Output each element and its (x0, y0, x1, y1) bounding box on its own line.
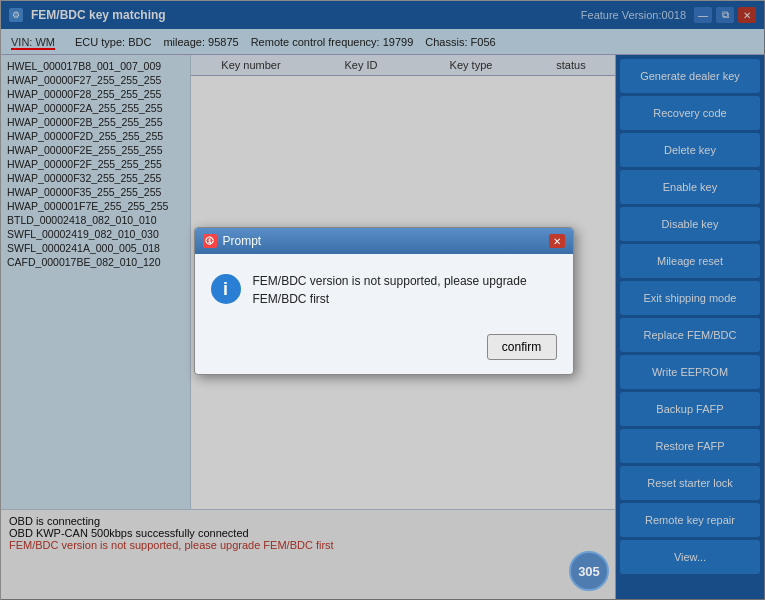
dialog-overlay: 🛈 Prompt ✕ i FEM/BDC version is not supp… (1, 1, 765, 600)
dialog-close-button[interactable]: ✕ (549, 234, 565, 248)
dialog-info-icon: i (211, 274, 241, 304)
dialog-title-bar: 🛈 Prompt ✕ (195, 228, 573, 254)
dialog-title-icon: 🛈 (203, 234, 217, 248)
confirm-button[interactable]: confirm (487, 334, 557, 360)
watermark: 305 (569, 551, 609, 591)
dialog-title: Prompt (223, 234, 262, 248)
dialog-message: FEM/BDC version is not supported, please… (253, 272, 557, 308)
watermark-circle: 305 (569, 551, 609, 591)
prompt-dialog: 🛈 Prompt ✕ i FEM/BDC version is not supp… (194, 227, 574, 375)
dialog-footer: confirm (195, 326, 573, 374)
dialog-body: i FEM/BDC version is not supported, plea… (195, 254, 573, 326)
